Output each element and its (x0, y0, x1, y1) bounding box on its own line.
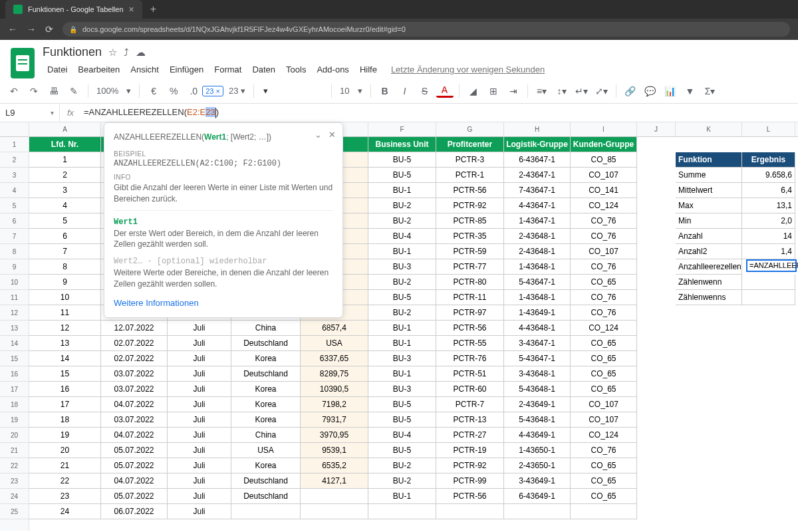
cell[interactable]: Juli (168, 473, 231, 489)
cell[interactable]: BU-2 (368, 213, 436, 229)
row-header[interactable]: 7 (0, 229, 29, 244)
cell[interactable]: BU-2 (368, 473, 436, 489)
cell[interactable]: Korea (231, 397, 301, 412)
borders-icon[interactable]: ⊞ (485, 82, 502, 100)
fill-color-icon[interactable]: ◢ (465, 82, 482, 100)
cell[interactable]: 8289,75 (301, 366, 368, 382)
cell[interactable]: BU-1 (368, 336, 436, 351)
cell[interactable]: USA (231, 443, 301, 458)
side-label[interactable]: Zählenwenns (676, 290, 742, 305)
popup-collapse-icon[interactable]: ⌄ (315, 130, 322, 140)
cell[interactable]: PCTR-56 (436, 321, 504, 336)
row-header[interactable]: 21 (0, 443, 29, 458)
cell[interactable]: CO_76 (571, 305, 637, 321)
menu-tools[interactable]: Tools (281, 62, 311, 77)
cell[interactable]: CO_107 (571, 244, 637, 259)
side-header[interactable]: Ergebnis (742, 152, 795, 168)
cell[interactable]: BU-4 (368, 229, 436, 244)
cell[interactable]: 1 (29, 152, 101, 168)
spreadsheet-grid[interactable]: 1234567891011121314151617181920212223242… (0, 122, 798, 531)
cell[interactable]: CO_141 (571, 183, 637, 198)
cell[interactable] (504, 504, 571, 519)
cell[interactable]: Korea (231, 412, 301, 428)
zoom-select[interactable]: 100% (94, 86, 121, 96)
cell[interactable]: 05.07.2022 (101, 458, 168, 473)
cell[interactable]: Juli (168, 397, 231, 412)
cell[interactable]: 1-43648-1 (504, 259, 571, 275)
active-cell-l9[interactable]: =ANZAHLLEER (746, 259, 797, 272)
cell[interactable]: PCTR-56 (436, 183, 504, 198)
name-box[interactable]: L9 ▾ (0, 104, 60, 122)
cell[interactable]: 03.07.2022 (101, 366, 168, 382)
cell[interactable]: CO_65 (571, 382, 637, 397)
cell[interactable]: PCTR-51 (436, 366, 504, 382)
cell[interactable]: 9539,1 (301, 443, 368, 458)
cell[interactable]: CO_124 (571, 428, 637, 443)
cell[interactable]: BU-1 (368, 244, 436, 259)
cell[interactable]: 4127,1 (301, 473, 368, 489)
cell[interactable]: BU-5 (368, 168, 436, 183)
col-header[interactable]: J (637, 122, 676, 136)
cell[interactable]: 4-43649-1 (504, 428, 571, 443)
cell[interactable]: BU-2 (368, 305, 436, 321)
cell[interactable]: 5-43648-1 (504, 382, 571, 397)
cell[interactable]: CO_65 (571, 336, 637, 351)
font-size[interactable]: 10 (337, 86, 352, 96)
more-info-link[interactable]: Weitere Informationen (114, 298, 333, 308)
cell[interactable]: PCTR-92 (436, 198, 504, 213)
row-header[interactable]: 15 (0, 351, 29, 366)
paint-format-icon[interactable]: ✎ (65, 82, 82, 100)
side-value[interactable]: 1,4 (742, 244, 795, 259)
cell[interactable]: 1-43647-1 (504, 213, 571, 229)
cell[interactable]: 10 (29, 290, 101, 305)
browser-tab[interactable]: Funktionen - Google Tabellen × (5, 0, 142, 19)
cell[interactable]: PCTR-27 (436, 428, 504, 443)
close-tab-icon[interactable]: × (129, 4, 134, 15)
cell[interactable]: 5-43647-1 (504, 275, 571, 290)
row-header[interactable]: 8 (0, 244, 29, 259)
cell[interactable]: 02.07.2022 (101, 351, 168, 366)
menu-einfuegen[interactable]: Einfügen (165, 62, 208, 77)
row-header[interactable]: 19 (0, 412, 29, 428)
cell[interactable]: PCTR-77 (436, 259, 504, 275)
row-header[interactable]: 1 (0, 137, 29, 152)
cell[interactable]: 3-43649-1 (504, 473, 571, 489)
new-tab-button[interactable]: + (150, 3, 156, 15)
cell[interactable]: 12 (29, 321, 101, 336)
cell[interactable]: China (231, 428, 301, 443)
comment-icon[interactable]: 💬 (642, 82, 659, 100)
col-header[interactable]: I (571, 122, 637, 136)
cell[interactable]: PCTR-35 (436, 229, 504, 244)
cell[interactable]: CO_124 (571, 198, 637, 213)
cell[interactable]: 5 (29, 213, 101, 229)
cell[interactable]: 6-43647-1 (504, 152, 571, 168)
side-label[interactable]: Anzahlleerezellen (676, 259, 742, 275)
col-header[interactable]: G (436, 122, 504, 136)
row-header[interactable]: 17 (0, 382, 29, 397)
cell[interactable]: 22 (29, 473, 101, 489)
functions-icon[interactable]: Σ▾ (702, 82, 719, 100)
col-header[interactable]: L (742, 122, 795, 136)
format-more[interactable]: 23 ▾ (226, 86, 248, 96)
redo-icon[interactable]: ↷ (25, 82, 43, 100)
cell[interactable]: 1-43648-1 (504, 290, 571, 305)
header-cell[interactable]: Logistik-Gruppe (504, 137, 571, 152)
cell[interactable]: CO_65 (571, 366, 637, 382)
cell[interactable]: PCTR-3 (436, 152, 504, 168)
cell[interactable]: CO_76 (571, 229, 637, 244)
row-header[interactable]: 14 (0, 336, 29, 351)
side-value[interactable]: 2,0 (742, 213, 795, 229)
cell[interactable]: Deutschland (231, 336, 301, 351)
cell[interactable]: 1-43649-1 (504, 305, 571, 321)
wrap-icon[interactable]: ↵▾ (573, 82, 591, 100)
side-label[interactable]: Summe (676, 168, 742, 183)
cell[interactable]: 04.07.2022 (101, 428, 168, 443)
cell[interactable]: PCTR-19 (436, 443, 504, 458)
cell[interactable]: Juli (168, 489, 231, 504)
cell[interactable]: 16 (29, 382, 101, 397)
cell[interactable]: BU-1 (368, 321, 436, 336)
cell[interactable]: 2 (29, 168, 101, 183)
cell[interactable]: BU-3 (368, 382, 436, 397)
cell[interactable]: 12.07.2022 (101, 321, 168, 336)
col-header[interactable]: K (676, 122, 742, 136)
